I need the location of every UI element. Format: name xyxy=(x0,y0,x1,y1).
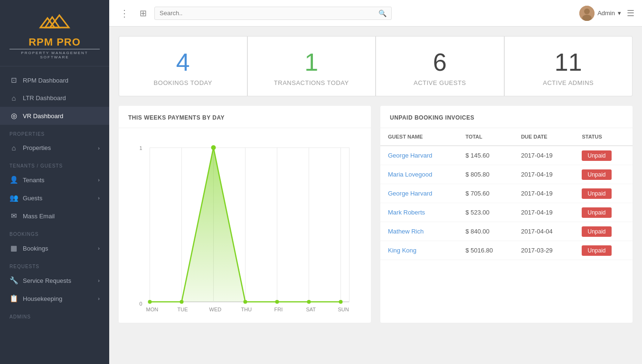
chart-panel-title: THIS WEEKS PAYMENTS BY DAY xyxy=(119,106,371,128)
unpaid-badge[interactable]: Unpaid xyxy=(582,188,611,199)
svg-marker-0 xyxy=(40,18,55,28)
section-label-properties: PROPERTIES xyxy=(0,125,109,139)
sidebar: RPM PRO PROPERTY MANAGEMENT SOFTWARE ⊡ R… xyxy=(0,0,109,364)
sidebar-item-service-requests[interactable]: 🔧 Service Requests › xyxy=(0,271,109,289)
menu-dots-icon[interactable]: ⋮ xyxy=(117,6,132,21)
guest-name-cell[interactable]: King Kong xyxy=(380,241,458,260)
stat-card-bookings-today: 4 Bookings Today xyxy=(119,37,247,96)
transactions-today-value: 1 xyxy=(304,50,318,75)
sidebar-item-bookings[interactable]: ▦ Bookings › xyxy=(0,239,109,257)
guest-name-cell[interactable]: Mark Roberts xyxy=(380,203,458,222)
chevron-right-icon: › xyxy=(98,296,100,301)
unpaid-badge[interactable]: Unpaid xyxy=(582,207,611,218)
total-cell: $ 523.00 xyxy=(458,203,513,222)
status-cell: Unpaid xyxy=(574,203,633,222)
sidebar-item-label: Properties xyxy=(23,144,51,151)
section-label-bookings: BOOKINGS xyxy=(0,225,109,239)
status-cell: Unpaid xyxy=(574,222,633,241)
svg-text:TUE: TUE xyxy=(178,307,188,312)
sidebar-item-vr-dashboard[interactable]: ◎ VR Dashboard xyxy=(0,107,109,125)
stat-card-active-admins: 11 Active Admins xyxy=(505,37,633,96)
housekeeping-icon: 📋 xyxy=(9,294,18,303)
sidebar-item-properties[interactable]: ⌂ Properties › xyxy=(0,139,109,157)
content-area: 4 Bookings Today 1 Transactions Today 6 … xyxy=(109,27,642,364)
topbar-right: Admin ▾ ☰ xyxy=(579,6,634,21)
user-menu[interactable]: Admin ▾ xyxy=(579,6,621,21)
svg-text:FRI: FRI xyxy=(274,307,283,312)
invoices-table: GUEST NAME TOTAL DUE DATE STATUS George … xyxy=(380,128,633,260)
user-name-label: Admin xyxy=(597,9,615,17)
sidebar-item-mass-email[interactable]: ✉ Mass Email xyxy=(0,207,109,225)
unpaid-badge[interactable]: Unpaid xyxy=(582,245,611,256)
svg-text:SAT: SAT xyxy=(306,307,316,312)
vr-icon: ◎ xyxy=(9,112,18,120)
due-date-cell: 2017-04-19 xyxy=(513,146,574,165)
due-date-cell: 2017-04-04 xyxy=(513,222,574,241)
stat-card-transactions-today: 1 Transactions Today xyxy=(248,37,376,96)
table-row: George Harvard $ 145.60 2017-04-19 Unpai… xyxy=(380,146,633,165)
active-admins-label: Active Admins xyxy=(543,79,594,86)
sidebar-item-housekeeping[interactable]: 📋 Housekeeping › xyxy=(0,289,109,308)
table-row: Mark Roberts $ 523.00 2017-04-19 Unpaid xyxy=(380,203,633,222)
guest-name-cell[interactable]: George Harvard xyxy=(380,146,458,165)
guests-icon: 👥 xyxy=(9,194,18,202)
svg-text:MON: MON xyxy=(146,307,159,312)
svg-point-5 xyxy=(584,9,590,14)
due-date-cell: 2017-04-19 xyxy=(513,165,574,184)
dropdown-arrow-icon: ▾ xyxy=(618,9,621,17)
wrench-icon: 🔧 xyxy=(9,276,18,285)
sidebar-item-guests[interactable]: 👥 Guests › xyxy=(0,189,109,207)
table-row: Maria Lovegood $ 805.80 2017-04-19 Unpai… xyxy=(380,165,633,184)
avatar-image xyxy=(579,6,595,21)
svg-text:1: 1 xyxy=(140,145,142,151)
payments-chart-svg: 1 0 xyxy=(126,136,363,316)
guest-name-cell[interactable]: Mathew Rich xyxy=(380,222,458,241)
status-cell: Unpaid xyxy=(574,241,633,260)
active-guests-label: Active Guests xyxy=(414,79,466,86)
sidebar-item-label: Mass Email xyxy=(23,213,55,220)
status-cell: Unpaid xyxy=(574,165,633,184)
logo-subtitle: PROPERTY MANAGEMENT SOFTWARE xyxy=(9,49,100,59)
unpaid-badge[interactable]: Unpaid xyxy=(582,226,611,237)
svg-point-22 xyxy=(211,145,216,150)
total-cell: $ 5016.80 xyxy=(458,241,513,260)
email-icon: ✉ xyxy=(9,212,18,220)
sidebar-item-label: Bookings xyxy=(23,245,48,252)
svg-point-25 xyxy=(307,300,311,304)
logo-graphic xyxy=(36,9,74,35)
grid-view-icon[interactable]: ⊞ xyxy=(137,6,150,20)
svg-text:SUN: SUN xyxy=(338,307,349,312)
svg-point-24 xyxy=(275,300,279,304)
chevron-right-icon: › xyxy=(98,278,100,283)
sidebar-item-tenants[interactable]: 👤 Tenants › xyxy=(0,171,109,189)
search-icon: 🔍 xyxy=(378,9,387,17)
unpaid-badge[interactable]: Unpaid xyxy=(582,169,611,180)
search-bar[interactable]: 🔍 xyxy=(154,7,392,20)
table-row: King Kong $ 5016.80 2017-03-29 Unpaid xyxy=(380,241,633,260)
unpaid-badge[interactable]: Unpaid xyxy=(582,150,611,161)
invoices-panel: UNPAID BOOKING INVOICES GUEST NAME TOTAL… xyxy=(380,106,633,323)
svg-point-23 xyxy=(244,300,247,304)
active-guests-value: 6 xyxy=(433,50,447,75)
invoices-panel-title: UNPAID BOOKING INVOICES xyxy=(380,106,633,128)
hamburger-icon[interactable]: ☰ xyxy=(627,8,634,19)
dashboard-icon: ⊡ xyxy=(9,76,18,84)
guest-name-cell[interactable]: Maria Lovegood xyxy=(380,165,458,184)
total-cell: $ 805.80 xyxy=(458,165,513,184)
due-date-cell: 2017-04-19 xyxy=(513,203,574,222)
stat-card-active-guests: 6 Active Guests xyxy=(376,37,504,96)
svg-point-26 xyxy=(339,300,343,304)
col-header-total: TOTAL xyxy=(458,128,513,146)
col-header-due-date: DUE DATE xyxy=(513,128,574,146)
main-area: ⋮ ⊞ 🔍 Admin ▾ ☰ xyxy=(109,0,642,364)
table-row: George Harvard $ 705.60 2017-04-19 Unpai… xyxy=(380,184,633,203)
guest-name-cell[interactable]: George Harvard xyxy=(380,184,458,203)
sidebar-item-ltr-dashboard[interactable]: ⌂ LTR Dashboard xyxy=(0,89,109,107)
bookings-icon: ▦ xyxy=(9,244,18,252)
svg-point-20 xyxy=(148,300,152,304)
sidebar-item-rpm-dashboard[interactable]: ⊡ RPM Dashboard xyxy=(0,71,109,89)
total-cell: $ 145.60 xyxy=(458,146,513,165)
status-cell: Unpaid xyxy=(574,146,633,165)
search-input[interactable] xyxy=(160,9,378,17)
bookings-today-label: Bookings Today xyxy=(154,79,212,86)
